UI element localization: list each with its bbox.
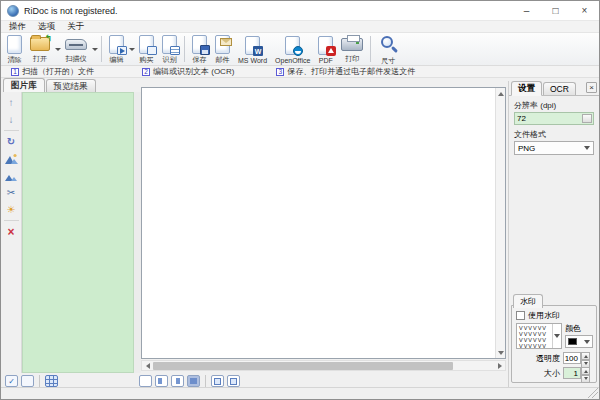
document-canvas[interactable] bbox=[141, 87, 506, 359]
print-button[interactable]: 打印 bbox=[337, 34, 367, 64]
watermark-size-value: 1 bbox=[563, 367, 581, 379]
watermark-tab[interactable]: 水印 bbox=[513, 294, 543, 308]
zoom-fit-icon[interactable] bbox=[211, 375, 224, 387]
menu-options[interactable]: 选项 bbox=[38, 21, 55, 33]
openoffice-label: OpenOffice bbox=[275, 57, 310, 64]
hint-1-text: 扫描（打开的）文件 bbox=[22, 66, 94, 77]
watermark-size-label: 大小 bbox=[544, 368, 560, 379]
pdf-label: PDF bbox=[319, 57, 333, 64]
scroll-left-arrow[interactable] bbox=[142, 361, 152, 370]
scroll-right-arrow[interactable] bbox=[495, 361, 505, 370]
zoom-actual-icon[interactable] bbox=[227, 375, 240, 387]
pdf-button[interactable]: PDF bbox=[314, 34, 337, 64]
main-toolbar: 清除 ↰ 打开 扫描仪 编辑 购买 bbox=[1, 33, 599, 66]
spin-down-icon[interactable] bbox=[581, 375, 590, 383]
move-down-icon[interactable]: ↓ bbox=[3, 112, 20, 127]
image-enlarge-icon[interactable] bbox=[3, 151, 20, 166]
crop-scissors-icon[interactable]: ✂ bbox=[3, 185, 20, 200]
openoffice-button[interactable]: OpenOffice bbox=[271, 34, 314, 64]
menu-bar: 操作 选项 关于 bbox=[1, 21, 599, 33]
close-button[interactable]: × bbox=[570, 1, 599, 20]
tab-settings[interactable]: 设置 bbox=[511, 81, 542, 96]
toolbar-group-size: 尺寸 bbox=[374, 34, 402, 64]
scanner-dropdown-arrow[interactable] bbox=[91, 34, 98, 64]
file-format-value: PNG bbox=[518, 144, 535, 153]
rotate-icon[interactable]: ↻ bbox=[3, 134, 20, 149]
watermark-color-column: 颜色 bbox=[565, 323, 593, 348]
brightness-sun-icon[interactable]: ☀ bbox=[3, 202, 20, 217]
watermark-group: 使用水印 VVVVVV VVVVVV VVVVVV VVVVVV 颜色 bbox=[511, 305, 597, 383]
size-label: 尺寸 bbox=[381, 56, 395, 66]
save-button[interactable]: 保存 bbox=[188, 34, 211, 64]
maximize-button[interactable]: □ bbox=[541, 1, 570, 20]
openoffice-page-icon bbox=[285, 35, 300, 56]
mail-button[interactable]: 邮件 bbox=[211, 34, 234, 64]
color-select[interactable] bbox=[565, 335, 593, 348]
hint-step-1: 1 扫描（打开的）文件 bbox=[11, 66, 94, 77]
image-reduce-icon[interactable] bbox=[3, 168, 20, 183]
open-dropdown-arrow[interactable] bbox=[54, 34, 61, 64]
minimize-button[interactable]: – bbox=[512, 1, 541, 20]
open-folder-icon: ↰ bbox=[30, 35, 50, 53]
msword-button[interactable]: W MS Word bbox=[234, 34, 271, 64]
watermark-size-spinner[interactable]: 1 bbox=[563, 367, 590, 379]
size-row: 大小 1 bbox=[512, 367, 590, 379]
spin-up-icon[interactable] bbox=[581, 367, 590, 375]
settings-tab-bar: 设置 OCR × bbox=[509, 81, 599, 96]
chevron-down-icon bbox=[584, 143, 590, 153]
print-label: 打印 bbox=[345, 54, 359, 64]
grid-view-icon[interactable] bbox=[45, 375, 58, 387]
watermark-pattern-row: VVVVVV VVVVVV VVVVVV VVVVVV 颜色 bbox=[516, 323, 596, 349]
clear-button[interactable]: 清除 bbox=[3, 34, 26, 64]
strip-divider bbox=[4, 130, 19, 131]
scrollbar-thumb[interactable] bbox=[153, 362, 453, 370]
edit-dropdown-arrow[interactable] bbox=[128, 34, 135, 64]
recognize-button[interactable]: 识别 bbox=[158, 34, 181, 64]
printer-icon bbox=[341, 35, 363, 53]
resolution-field[interactable]: 72 bbox=[514, 112, 594, 125]
pdf-page-icon bbox=[318, 35, 333, 56]
image-gallery-panel[interactable] bbox=[22, 92, 134, 373]
mail-page-icon bbox=[215, 35, 230, 54]
vertical-scrollbar[interactable] bbox=[495, 88, 505, 358]
opacity-spinner[interactable]: 100 bbox=[563, 352, 590, 364]
ocr-page-icon bbox=[162, 35, 177, 54]
select-all-icon[interactable]: ✓ bbox=[5, 375, 18, 387]
edit-button[interactable]: 编辑 bbox=[105, 34, 128, 64]
toolbar-group-edit: 编辑 购买 识别 bbox=[105, 34, 181, 64]
size-button[interactable]: 尺寸 bbox=[374, 34, 402, 64]
resolution-browse-button[interactable] bbox=[582, 114, 592, 123]
color-swatch bbox=[568, 338, 577, 345]
gallery-tab-bar: 图片库 预览结果 bbox=[3, 78, 97, 92]
tab-preview-result[interactable]: 预览结果 bbox=[46, 79, 96, 92]
scroll-down-arrow[interactable] bbox=[496, 348, 506, 358]
use-watermark-checkbox[interactable] bbox=[516, 311, 525, 320]
move-up-icon[interactable]: ↑ bbox=[3, 95, 20, 110]
open-button[interactable]: ↰ 打开 bbox=[26, 34, 54, 64]
watermark-pattern-select[interactable]: VVVVVV VVVVVV VVVVVV VVVVVV bbox=[516, 323, 562, 349]
horizontal-scrollbar[interactable] bbox=[141, 360, 506, 371]
layout-single-icon[interactable] bbox=[139, 375, 152, 387]
scroll-up-arrow[interactable] bbox=[496, 88, 506, 98]
buy-button[interactable]: 购买 bbox=[135, 34, 158, 64]
open-label: 打开 bbox=[33, 54, 47, 64]
panel-close-button[interactable]: × bbox=[586, 82, 597, 93]
resolution-label: 分辨率 (dpi) bbox=[514, 100, 599, 111]
toolbar-separator bbox=[101, 36, 102, 62]
resize-grip[interactable] bbox=[588, 388, 598, 398]
layout-center-icon[interactable] bbox=[171, 375, 184, 387]
layout-half-icon[interactable] bbox=[155, 375, 168, 387]
scanner-button[interactable]: 扫描仪 bbox=[61, 34, 91, 64]
deselect-icon[interactable] bbox=[21, 375, 34, 387]
menu-actions[interactable]: 操作 bbox=[9, 21, 26, 33]
delete-icon[interactable]: × bbox=[3, 224, 20, 239]
tab-gallery[interactable]: 图片库 bbox=[3, 78, 45, 92]
spin-up-icon[interactable] bbox=[581, 352, 590, 360]
menu-about[interactable]: 关于 bbox=[67, 21, 84, 33]
selection-toolbar: ✓ bbox=[5, 375, 58, 387]
opacity-value: 100 bbox=[563, 352, 581, 364]
panel-splitter[interactable] bbox=[134, 92, 141, 373]
layout-full-icon[interactable] bbox=[187, 375, 200, 387]
file-format-select[interactable]: PNG bbox=[514, 141, 594, 155]
tab-ocr[interactable]: OCR bbox=[543, 82, 576, 95]
